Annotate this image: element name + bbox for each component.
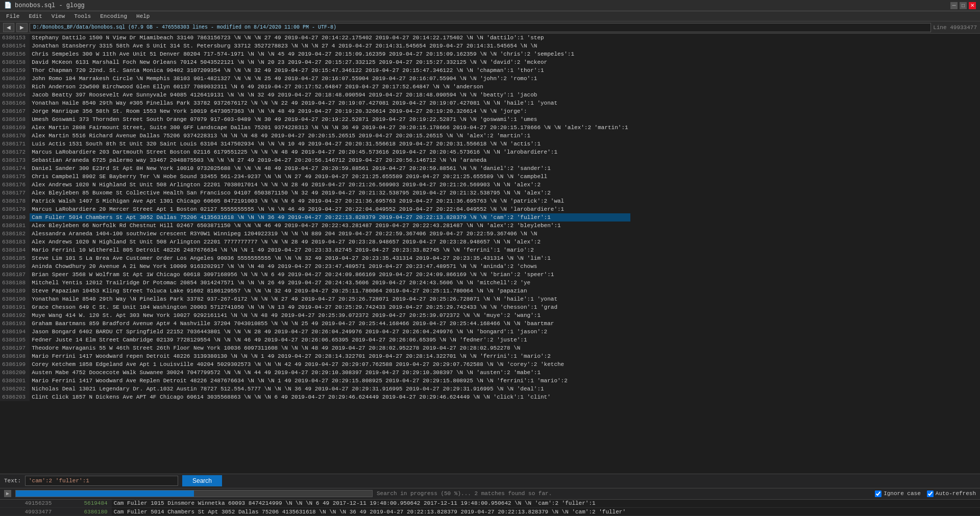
back-button[interactable]: ◀ — [3, 23, 14, 32]
file-path-input[interactable] — [30, 23, 931, 32]
line-number: 6386159 — [0, 66, 30, 75]
table-row[interactable]: 6386177Alex Bleyleben 85 Buxome St Colle… — [0, 189, 630, 197]
table-row[interactable]: 6386198Mario Ferrini 1417 Woodward repen… — [0, 352, 630, 360]
maximize-button[interactable]: □ — [960, 2, 967, 9]
table-row[interactable]: 6386169Alex Martin 2808 Fairmount Street… — [0, 124, 630, 132]
table-row[interactable]: 6386166Yonathan Haile 8540 29th Way #305… — [0, 99, 630, 107]
row-data: Graham Baartmans 859 Bradford Avenue Apt… — [30, 320, 630, 328]
search-button[interactable]: Search — [182, 475, 222, 486]
table-row[interactable]: 6386203Clint Click 1857 N Dickens Ave AP… — [0, 393, 630, 401]
row-data: Aninda Chowdhury 20 Avenue A 2i New York… — [30, 262, 630, 271]
line-number: 6386167 — [0, 107, 30, 115]
line-number: 6386188 — [0, 279, 30, 287]
table-row[interactable]: 6386167Jorge Manrique 356 58th St. Room … — [0, 107, 630, 115]
table-row[interactable]: 6386187Brian Speer 3568 W Wolfram St Apt… — [0, 271, 630, 279]
menu-item-tools[interactable]: Tools — [70, 12, 95, 20]
table-row[interactable]: 6386179Marcus LaRobardiere 20 Mercer Str… — [0, 205, 630, 213]
row-data: Brian Speer 3568 W Wolfram St Apt 1W Chi… — [30, 271, 630, 279]
table-row[interactable]: 6386200Austen Mabe 4752 Doocecote Walk S… — [0, 368, 630, 377]
line-number: 6386189 — [0, 287, 30, 295]
table-row[interactable]: 6386159Thor Chapman 720 22nd. St. Santa … — [0, 66, 630, 75]
table-row[interactable]: 6386156Chris Sempeles 300 W 11th Ave Uni… — [0, 50, 630, 58]
table-row[interactable]: 6386171Luis Actis 1531 South 8th St Unit… — [0, 140, 630, 148]
line-number: 6386158 — [0, 58, 30, 66]
table-row[interactable]: 6386191Grace Chesson 649 C St. SE Unit 1… — [0, 303, 630, 311]
row-data: Mario Ferrini 10 Witherell 805 Detroit 4… — [30, 246, 630, 254]
table-row[interactable]: 6386199Corey Ketchem 1858 Edgeland Ave A… — [0, 360, 630, 368]
table-row[interactable]: 6386189Steve Papazian 10453 Kling Street… — [0, 287, 630, 295]
row-data: Sebastian Araneda 6725 palermo way 33467… — [30, 156, 630, 164]
menu-item-help[interactable]: Help — [132, 12, 154, 20]
table-row[interactable]: 6386181Alex Bleyleben 66 Norfolk Rd Ches… — [0, 222, 630, 230]
table-row[interactable]: 6386188Mitchell Yentis 12012 Trailridge … — [0, 279, 630, 287]
table-row[interactable]: 6386184Mario Ferrini 10 Witherell 805 De… — [0, 246, 630, 254]
table-row[interactable]: 6386180Cam Fuller 5014 Chambers St Apt 3… — [0, 213, 630, 222]
row-data: Mario Ferrini 1417 Woodward repen Detroi… — [30, 352, 630, 360]
forward-button[interactable]: ▶ — [16, 23, 28, 32]
row-data: Muye Wang 414 W. 120 St. Apt 303 New Yor… — [30, 311, 630, 320]
progress-indicator: ▶ — [4, 490, 11, 497]
row-data: Jason Bongard 6402 BARDU CT Springfield … — [30, 328, 630, 336]
table-row[interactable]: 6386183Alex Andrews 1020 N Highland St U… — [0, 238, 630, 246]
ignore-case-checkbox[interactable] — [875, 490, 881, 497]
table-row[interactable]: 6386190Yonathan Haile 8540 29th Way \N P… — [0, 295, 630, 303]
result-row[interactable]: 491562355619484Cam Fuller 1015 Dinsmore … — [0, 500, 980, 508]
search-input[interactable] — [25, 476, 178, 486]
close-button[interactable]: ✕ — [969, 2, 976, 9]
table-row[interactable]: 6386174Daniel Sander 300 E23rd St Apt 8H… — [0, 164, 630, 173]
line-number: 6386173 — [0, 156, 30, 164]
menu-item-view[interactable]: View — [47, 12, 69, 20]
menu-item-edit[interactable]: Edit — [24, 12, 46, 20]
result-line-number: 49933477 — [0, 508, 56, 516]
line-number: 6386177 — [0, 189, 30, 197]
table-row[interactable]: 6386194Jason Bongard 6402 BARDU CT Sprin… — [0, 328, 630, 336]
table-row[interactable]: 6386153Stephany Dattilo 1500 N View Dr M… — [0, 34, 630, 42]
table-row[interactable]: 6386160John Romo 184 Marrakesh Circle \N… — [0, 75, 630, 83]
minimize-button[interactable]: ─ — [950, 2, 958, 9]
table-row[interactable]: 6386186Aninda Chowdhury 20 Avenue A 2i N… — [0, 262, 630, 271]
line-number: 6386178 — [0, 197, 30, 205]
table-row[interactable]: 6386197Theodore Mavraganis 55 W 46th Str… — [0, 344, 630, 352]
table-row[interactable]: 6386201Mario Ferrini 1417 Woodward Ave R… — [0, 377, 630, 385]
table-row[interactable]: 6386182Alessandra Araneda 1404-100 south… — [0, 230, 630, 238]
table-row[interactable]: 6386176Alex Andrews 1020 N Highland St U… — [0, 181, 630, 189]
result-row[interactable]: 499334776386180Cam Fuller 5014 Chambers … — [0, 508, 980, 516]
row-data: Alex Martin 2808 Fairmount Street, Suite… — [30, 124, 630, 132]
table-row[interactable]: 6386158David McKeon 6131 Marshall Foch N… — [0, 58, 630, 66]
table-row[interactable]: 6386202Nicholas Deal 13021 Legendary Dr.… — [0, 385, 630, 393]
row-data: Marcus LaRobardiere 20 Mercer Street Apt… — [30, 205, 630, 213]
row-data: Jacob Beatty 397 Roosevelt Ave Sunnyvale… — [30, 91, 630, 99]
title-controls[interactable]: ─ □ ✕ — [950, 2, 976, 9]
row-data: Alessandra Araneda 1404-100 southview cr… — [30, 230, 630, 238]
line-number: 6386185 — [0, 254, 30, 262]
result-line-number: 49156235 — [0, 500, 56, 508]
menu-item-file[interactable]: File — [2, 12, 23, 20]
title-text: bonobos.sql - glogg — [15, 2, 85, 9]
table-row[interactable]: 6386185Steve Lim 101 S La Brea Ave Custo… — [0, 254, 630, 262]
row-data: Alex Bleyleben 66 Norfolk Rd Chestnut Hi… — [30, 222, 630, 230]
table-row[interactable]: 6386173Sebastian Araneda 6725 palermo wa… — [0, 156, 630, 164]
line-number: 6386176 — [0, 181, 30, 189]
table-row[interactable]: 6386193Graham Baartmans 859 Bradford Ave… — [0, 320, 630, 328]
results-area[interactable]: 491562355619484Cam Fuller 1015 Dinsmore … — [0, 500, 980, 517]
table-row[interactable]: 6386170Alex Martin 5516 Richard Avenue D… — [0, 132, 630, 140]
table-row[interactable]: 6386178Patrick Walsh 1407 S Michigan Ave… — [0, 197, 630, 205]
auto-refresh-checkbox[interactable] — [927, 490, 934, 497]
ignore-case-option[interactable]: Ignore case — [875, 490, 921, 497]
table-row[interactable]: 6386172Marcus LaRobardiere 203 Dartmouth… — [0, 148, 630, 156]
row-data: Jonathan Stansberry 3315 58th Ave S Unit… — [30, 42, 630, 50]
table-row[interactable]: 6386192Muye Wang 414 W. 120 St. Apt 303 … — [0, 311, 630, 320]
result-data: Cam Fuller 1015 Dinsmore Winnetka 60093 … — [112, 500, 980, 508]
table-row[interactable]: 6386154Jonathan Stansberry 3315 58th Ave… — [0, 42, 630, 50]
table-row[interactable]: 6386168Umesh Goswami 373 Thornden Street… — [0, 115, 630, 124]
data-area[interactable]: 6386153Stephany Dattilo 1500 N View Dr M… — [0, 34, 980, 474]
table-row[interactable]: 6386164Jacob Beatty 397 Roosevelt Ave Su… — [0, 91, 630, 99]
table-row[interactable]: 6386163Rich Anderson 22w500 Birchwood Gl… — [0, 83, 630, 91]
menu-item-encoding[interactable]: Encoding — [96, 12, 131, 20]
row-data: Umesh Goswami 373 Thornden Street South … — [30, 115, 630, 124]
auto-refresh-option[interactable]: Auto-refresh — [927, 490, 976, 497]
line-number: 6386195 — [0, 336, 30, 344]
table-row[interactable]: 6386195Fedner Juste 14 Elm Street Cambri… — [0, 336, 630, 344]
row-data: Marcus LaRobardiere 203 Dartmouth Street… — [30, 148, 630, 156]
table-row[interactable]: 6386175Chris Campbell 8902 SE Bayberry T… — [0, 173, 630, 181]
